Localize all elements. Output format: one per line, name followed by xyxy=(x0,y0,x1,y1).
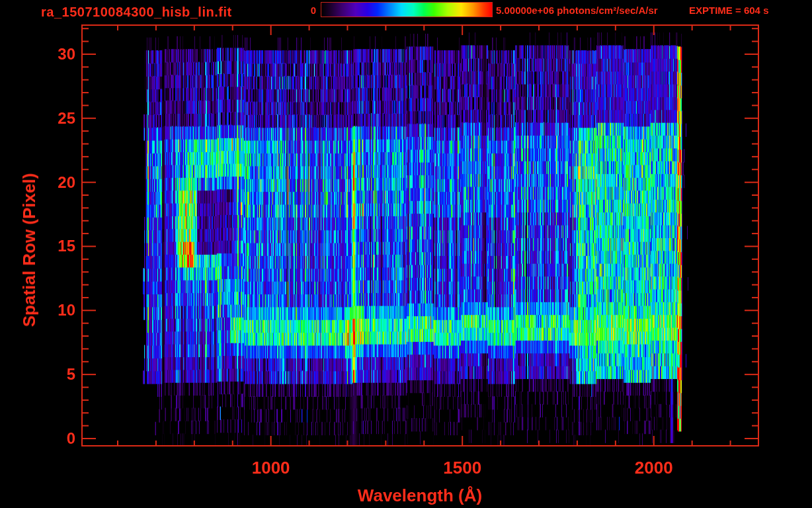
x-axis-title: Wavelength (Å) xyxy=(288,487,552,504)
y-tick-label-5: 5 xyxy=(34,366,75,382)
colorbar-gradient xyxy=(321,2,493,17)
y-tick-label-0: 0 xyxy=(34,431,75,446)
y-tick-label-25: 25 xyxy=(34,110,75,126)
x-tick-label-1500: 1500 xyxy=(423,459,502,476)
y-tick-label-30: 30 xyxy=(34,46,75,62)
x-tick-label-2000: 2000 xyxy=(614,459,694,476)
spectrogram-canvas xyxy=(0,0,812,508)
idl-spectrogram-window: { "header": { "title": "ra_150710084300_… xyxy=(0,0,812,508)
x-tick-label-1000: 1000 xyxy=(231,459,311,476)
y-tick-label-10: 10 xyxy=(34,302,75,318)
colorbar-max-label: 5.00000e+06 photons/cm²/sec/A/sr xyxy=(496,5,658,15)
exptime-label: EXPTIME = 604 s xyxy=(689,5,768,15)
y-tick-label-20: 20 xyxy=(34,175,75,190)
y-tick-label-15: 15 xyxy=(34,238,75,254)
file-title: ra_150710084300_hisb_lin.fit xyxy=(41,5,232,19)
colorbar-min-label: 0 xyxy=(299,5,316,15)
